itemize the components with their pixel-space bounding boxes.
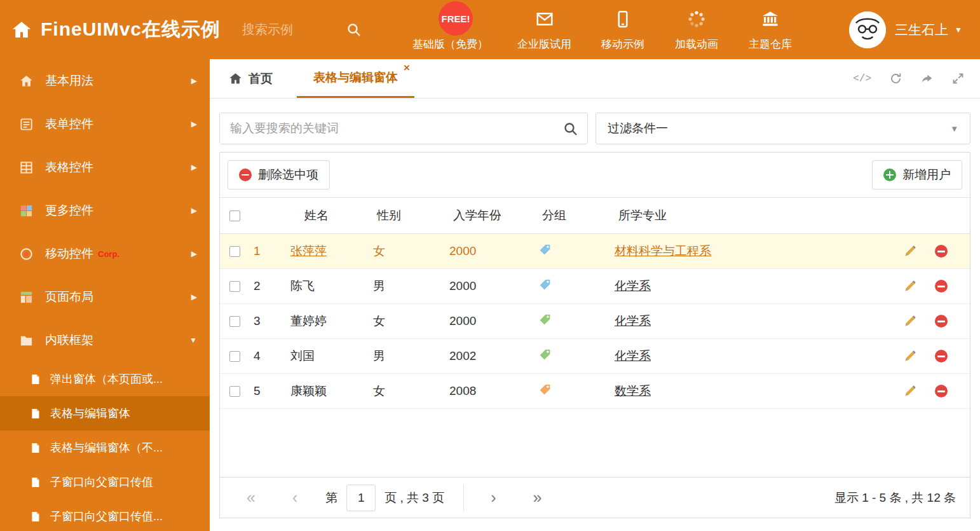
last-page-button[interactable]: » <box>533 490 542 506</box>
mobile-icon <box>19 247 34 261</box>
filter-dropdown[interactable]: 过滤条件一 ▼ <box>595 113 970 144</box>
sidebar-item-inline-frame[interactable]: 内联框架 ▼ <box>0 319 210 362</box>
close-icon[interactable]: × <box>404 62 410 73</box>
sidebar-item-more-controls[interactable]: 更多控件 ▶ <box>0 189 210 232</box>
delete-row-icon[interactable] <box>935 245 948 258</box>
edit-pencil-icon[interactable] <box>904 350 916 362</box>
add-user-button[interactable]: 新增用户 <box>872 160 962 190</box>
arrow-right-icon: ▶ <box>191 76 197 85</box>
delete-row-icon[interactable] <box>935 385 948 397</box>
first-page-button[interactable]: « <box>247 490 255 506</box>
row-checkbox[interactable] <box>229 246 240 257</box>
pagination-bar: « ‹ 第 页 , 共 3 页 › » 显示 1 - 5 条 , 共 12 条 <box>220 477 970 518</box>
grid-icon <box>19 160 34 175</box>
tag-icon[interactable] <box>538 383 552 396</box>
user-name[interactable]: 三生石上 ▼ <box>895 21 962 39</box>
sidebar-subitem-grid-edit-window[interactable]: 表格与编辑窗体 <box>0 396 210 431</box>
keyword-search-input[interactable] <box>220 113 587 144</box>
column-header-year[interactable]: 入学年份 <box>446 198 534 233</box>
column-header-group[interactable]: 分组 <box>534 198 611 233</box>
tab-home[interactable]: 首页 <box>229 59 273 98</box>
tag-icon[interactable] <box>538 348 552 361</box>
gender-cell: 男 <box>369 268 446 303</box>
name-link[interactable]: 张萍萍 <box>290 244 327 258</box>
column-header-name[interactable]: 姓名 <box>287 198 369 233</box>
brand[interactable]: FineUIMvc在线示例 <box>11 17 221 43</box>
sidebar-item-grid-controls[interactable]: 表格控件 ▶ <box>0 146 210 189</box>
sidebar-subitem-label: 表格与编辑窗体（不... <box>50 440 163 455</box>
tab-home-label: 首页 <box>248 71 273 87</box>
major-link[interactable]: 化学系 <box>615 314 651 328</box>
column-header-major[interactable]: 所学专业 <box>611 198 900 233</box>
tab-grid-edit-window[interactable]: 表格与编辑窗体 × <box>297 59 414 98</box>
edit-pencil-icon[interactable] <box>904 385 916 397</box>
record-summary: 显示 1 - 5 条 , 共 12 条 <box>834 490 956 506</box>
nav-item-loading-animation[interactable]: 加载动画 <box>674 10 719 52</box>
row-number: 3 <box>250 303 287 338</box>
search-icon[interactable] <box>346 22 362 38</box>
table-row[interactable]: 1 张萍萍 女 2000 材料科学与工程系 <box>220 233 970 268</box>
table-row[interactable]: 5 康颖颖 女 2008 数学系 <box>220 373 970 408</box>
code-icon[interactable]: </> <box>853 73 871 85</box>
year-cell: 2008 <box>446 373 534 408</box>
year-cell: 2002 <box>446 338 534 373</box>
avatar[interactable] <box>849 11 886 48</box>
row-checkbox[interactable] <box>229 316 240 327</box>
column-header-index <box>250 198 287 233</box>
major-link[interactable]: 数学系 <box>615 384 651 397</box>
delete-row-icon[interactable] <box>935 350 948 362</box>
major-link[interactable]: 化学系 <box>615 279 651 293</box>
next-page-button[interactable]: › <box>491 490 496 506</box>
page: FineUIMvc在线示例 FREE! 基础版（免费） 企业版试用 <box>0 0 980 531</box>
header-search-input[interactable] <box>242 22 337 37</box>
nav-label: 移动示例 <box>601 37 644 52</box>
major-link[interactable]: 化学系 <box>615 349 651 362</box>
edit-pencil-icon[interactable] <box>904 245 916 258</box>
sidebar-item-form-controls[interactable]: 表单控件 ▶ <box>0 102 210 146</box>
file-icon <box>29 408 41 420</box>
sidebar-item-mobile-controls[interactable]: 移动控件 Corp. ▶ <box>0 232 210 275</box>
nav-item-theme-repo[interactable]: 主题仓库 <box>748 10 793 52</box>
chevron-down-icon: ▼ <box>189 336 197 345</box>
name-cell: 刘国 <box>290 349 315 362</box>
share-forward-icon[interactable] <box>920 72 934 85</box>
refresh-icon[interactable] <box>889 72 902 85</box>
delete-row-icon[interactable] <box>935 315 948 328</box>
table-row[interactable]: 3 董婷婷 女 2000 化学系 <box>220 303 970 338</box>
nav-item-mobile-demo[interactable]: 移动示例 <box>601 10 645 52</box>
select-all-checkbox[interactable] <box>229 210 240 221</box>
expand-icon[interactable] <box>951 72 965 85</box>
row-checkbox[interactable] <box>229 281 240 292</box>
row-checkbox[interactable] <box>229 351 240 362</box>
tag-icon[interactable] <box>538 278 552 291</box>
row-number: 4 <box>250 338 287 373</box>
sidebar-subitem-grid-edit-window-2[interactable]: 表格与编辑窗体（不... <box>0 431 210 465</box>
bank-icon <box>761 10 780 32</box>
corp-badge: Corp. <box>98 249 119 259</box>
sidebar-item-basic-usage[interactable]: 基本用法 ▶ <box>0 59 210 102</box>
page-suffix-label: 页 , 共 3 页 <box>385 490 444 506</box>
table-row[interactable]: 2 陈飞 男 2000 化学系 <box>220 268 970 303</box>
prev-page-button[interactable]: ‹ <box>292 490 297 506</box>
major-link[interactable]: 材料科学与工程系 <box>615 244 711 258</box>
sidebar-item-page-layout[interactable]: 页面布局 ▶ <box>0 275 210 319</box>
row-checkbox[interactable] <box>229 386 240 397</box>
column-header-gender[interactable]: 性别 <box>369 198 446 233</box>
sidebar-subitem-child-to-parent-2[interactable]: 子窗口向父窗口传值... <box>0 499 210 531</box>
search-icon[interactable] <box>563 121 578 137</box>
tag-icon[interactable] <box>538 313 552 326</box>
nav-item-enterprise-trial[interactable]: 企业版试用 <box>517 10 571 52</box>
delete-selected-button[interactable]: 删除选中项 <box>228 160 330 190</box>
arrow-right-icon: ▶ <box>191 120 197 128</box>
delete-row-icon[interactable] <box>935 280 948 293</box>
edit-pencil-icon[interactable] <box>904 280 916 293</box>
widgets-icon <box>19 203 34 218</box>
grid-toolbar: 删除选中项 新增用户 <box>220 153 970 198</box>
tag-icon[interactable] <box>538 243 552 256</box>
sidebar-subitem-child-to-parent[interactable]: 子窗口向父窗口传值 <box>0 465 210 499</box>
sidebar-subitem-popup-window[interactable]: 弹出窗体（本页面或... <box>0 362 210 396</box>
page-input[interactable] <box>346 485 376 511</box>
table-row[interactable]: 4 刘国 男 2002 化学系 <box>220 338 970 373</box>
user-menu[interactable]: 三生石上 ▼ <box>849 11 962 48</box>
edit-pencil-icon[interactable] <box>904 315 916 328</box>
